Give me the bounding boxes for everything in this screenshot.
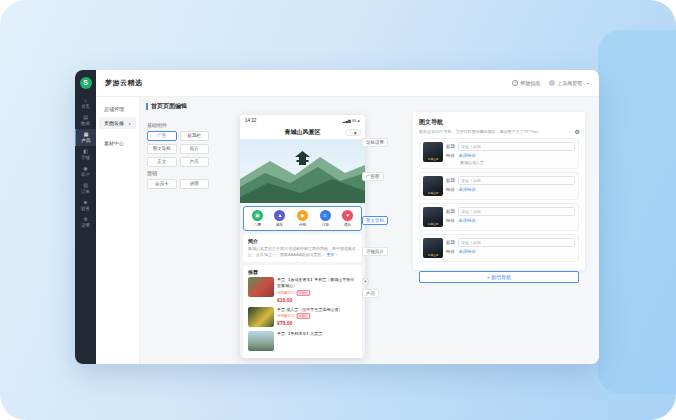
sidebar-item-home[interactable]: ⌂ 首页 bbox=[75, 95, 96, 112]
component-titlebar[interactable]: 标题栏 bbox=[180, 131, 210, 141]
imagenav-component-selected[interactable]: ▣ 门票 ▲ 缆车 ◆ 分销 ≡ 订单 ♥ bbox=[243, 206, 362, 231]
nav-ticket[interactable]: ▣ 门票 bbox=[252, 210, 263, 227]
grid-icon: ▦ bbox=[76, 131, 96, 137]
hero-mountain-image[interactable] bbox=[240, 139, 365, 203]
editor-canvas: 首页页面编辑 基础组件 广告 标题栏 图文导航 简介 正文 产品 营销 会员卡 bbox=[140, 97, 599, 364]
orders-icon: ≡ bbox=[320, 210, 331, 221]
intro-text: 青城山风景区位于四川省成都市都江堰市西南，是中国道教名山、发祥地之一，国家AAA… bbox=[248, 246, 357, 258]
product-price: ¥78.00 bbox=[277, 320, 357, 326]
sidebar-item-orders[interactable]: ▥ 订单 bbox=[75, 180, 96, 197]
recommend-component[interactable]: 推荐 单票·【旅游直通车】单程票（青城山学校站至青城山） 分销赚¥5.5 抢购中… bbox=[243, 265, 362, 358]
nav-title-input[interactable] bbox=[458, 238, 575, 247]
user-icon: ◉ bbox=[75, 165, 96, 171]
component-text[interactable]: 正文 bbox=[147, 157, 177, 167]
product-thumb-bus bbox=[248, 277, 274, 297]
add-section-icon[interactable]: ✚ bbox=[362, 278, 369, 285]
phone-preview: 14:32 ▂▄▆ 4G ▰ 青城山风景区 ⋯ ◉ bbox=[240, 115, 365, 358]
promo-tag: 抢购中 bbox=[297, 313, 310, 318]
select-link-button[interactable]: 选择链接 bbox=[458, 218, 476, 223]
component-ad[interactable]: 广告 bbox=[147, 131, 177, 141]
component-groupbuy[interactable]: 拼团 bbox=[180, 179, 210, 189]
phone-titlebar: 青城山风景区 ⋯ ◉ bbox=[240, 126, 365, 139]
nav-notice[interactable]: ♥ 通知 bbox=[342, 210, 353, 227]
nav-card: 青城山票 标题 链接 选择链接 bbox=[419, 234, 579, 262]
nav-thumb[interactable]: 青城山票 bbox=[423, 176, 443, 196]
product-thumb-mountain bbox=[248, 331, 274, 351]
top-bar: 梦游云精选 ? 帮助指南 上乐商贸有.. ▾ bbox=[96, 70, 599, 97]
subnav-item-page-decorate[interactable]: 页面装修 ▸ bbox=[99, 117, 136, 129]
product-item[interactable]: 单票·【单程缆车】儿童票 bbox=[248, 331, 357, 351]
app-logo: S bbox=[80, 77, 92, 89]
phone-time: 14:32 bbox=[245, 118, 256, 123]
tag-imagenav[interactable]: 图文导航 bbox=[362, 216, 388, 225]
nav-card: 青城山票 标题 链接 选择链接 青城山成人票 bbox=[419, 138, 579, 169]
sidebar-item-data[interactable]: ▤ 数据 bbox=[75, 112, 96, 129]
list-icon: ▥ bbox=[75, 182, 96, 188]
select-link-button[interactable]: 选择链接 bbox=[458, 153, 476, 158]
component-imagenav[interactable]: 图文导航 bbox=[147, 144, 177, 154]
earn-label: 分销赚¥0.5 bbox=[277, 314, 294, 318]
component-intro[interactable]: 简介 bbox=[180, 144, 210, 154]
store-icon: ◧ bbox=[75, 148, 96, 154]
promo-tag: 抢购中 bbox=[297, 290, 310, 295]
recommend-title: 推荐 bbox=[248, 269, 357, 275]
intro-component[interactable]: 简介 青城山风景区位于四川省成都市都江堰市西南，是中国道教名山、发祥地之一，国家… bbox=[243, 234, 362, 262]
nav-distribution[interactable]: ◆ 分销 bbox=[297, 210, 308, 227]
sidebar-item-shop[interactable]: ◧ 店铺 bbox=[75, 146, 96, 163]
notice-icon: ♥ bbox=[342, 210, 353, 221]
nav-card: 青城山票 标题 链接 选择链接 bbox=[419, 172, 579, 200]
admin-window: S ⌂ 首页 ▤ 数据 ▦ 产品 ◧ 店铺 ◉ 客户 ▥ 订单 ◈ 财务 bbox=[75, 70, 599, 364]
select-link-button[interactable]: 选择链接 bbox=[458, 249, 476, 254]
subnav-item-shop-manage[interactable]: 店铺管理 bbox=[99, 103, 136, 115]
sidebar-item-settings[interactable]: ⚙ 设置 bbox=[75, 214, 96, 231]
nav-title-input[interactable] bbox=[458, 142, 575, 151]
nav-title-input[interactable] bbox=[458, 207, 575, 216]
imagenav-edit-panel: 图文导航 最多添加10个导航，为空白时将隐藏此模块，建议图片尺寸79*79px … bbox=[413, 112, 585, 270]
tag-shop-intro[interactable]: 店铺简介 bbox=[362, 247, 388, 256]
nav-thumb[interactable]: 青城山票 bbox=[423, 207, 443, 227]
tag-product[interactable]: 产品 bbox=[362, 289, 379, 298]
component-palette: 基础组件 广告 标题栏 图文导航 简介 正文 产品 营销 会员卡 拼团 bbox=[147, 119, 209, 189]
nav-thumb[interactable]: 青城山票 bbox=[423, 238, 443, 258]
component-product[interactable]: 产品 bbox=[180, 157, 210, 167]
cablecar-icon: ▲ bbox=[274, 210, 285, 221]
account-menu[interactable]: 上乐商贸有.. ▾ bbox=[549, 80, 589, 86]
add-nav-button[interactable]: + 新增导航 bbox=[419, 271, 579, 283]
help-link[interactable]: ? 帮助指南 bbox=[512, 80, 540, 86]
panel-title: 图文导航 bbox=[419, 118, 579, 127]
panel-subtitle: 最多添加10个导航，为空白时将隐藏此模块，建议图片尺寸79*79px bbox=[419, 129, 579, 134]
sidebar-item-finance[interactable]: ◈ 财务 bbox=[75, 197, 96, 214]
product-item[interactable]: 单票·【旅游直通车】单程票（青城山学校站至青城山） 分销赚¥5.5 抢购中 ¥1… bbox=[248, 277, 357, 302]
nav-title-input[interactable] bbox=[458, 176, 575, 185]
component-membercard[interactable]: 会员卡 bbox=[147, 179, 177, 189]
nav-cablecar[interactable]: ▲ 缆车 bbox=[274, 210, 285, 227]
help-icon: ? bbox=[512, 80, 518, 86]
chevron-down-icon: ▾ bbox=[587, 81, 589, 86]
product-thumb-flowers bbox=[248, 307, 274, 327]
nav-thumb[interactable]: 青城山票 bbox=[423, 142, 443, 162]
select-link-button[interactable]: 选择链接 bbox=[458, 187, 476, 192]
earn-label: 分销赚¥5.5 bbox=[277, 291, 294, 295]
secondary-sidebar: 店铺管理 页面装修 ▸ 素材中心 bbox=[96, 97, 140, 364]
intro-more-link[interactable]: 更多 › bbox=[326, 252, 336, 257]
phone-statusbar: 14:32 ▂▄▆ 4G ▰ bbox=[240, 115, 365, 126]
sidebar-item-customers[interactable]: ◉ 客户 bbox=[75, 163, 96, 180]
palette-group-marketing: 营销 bbox=[147, 170, 209, 176]
miniprogram-capsule-icon[interactable]: ⋯ ◉ bbox=[345, 129, 361, 136]
nav-card: 青城山票 标题 链接 选择链接 bbox=[419, 203, 579, 231]
tag-ad-image[interactable]: 广告图 bbox=[362, 172, 384, 181]
product-item[interactable]: 单票·成人票（仅中学生票适用山顶） 分销赚¥0.5 抢购中 ¥78.00 bbox=[248, 307, 357, 327]
product-price: ¥16.00 bbox=[277, 297, 357, 303]
wallet-icon: ◈ bbox=[75, 199, 96, 205]
card-settings-icon[interactable]: ⚙ bbox=[575, 128, 580, 135]
chevron-right-icon: ▸ bbox=[129, 121, 131, 126]
distribution-icon: ◆ bbox=[297, 210, 308, 221]
subnav-item-material[interactable]: 素材中心 bbox=[99, 137, 136, 149]
chart-icon: ▤ bbox=[75, 114, 96, 120]
signal-battery-icons: ▂▄▆ 4G ▰ bbox=[343, 119, 360, 123]
tag-nav-settings[interactable]: 导航设置 bbox=[362, 138, 388, 147]
sidebar-item-products[interactable]: ▦ 产品 bbox=[75, 129, 96, 146]
nav-orders[interactable]: ≡ 订单 bbox=[320, 210, 331, 227]
gear-icon: ⚙ bbox=[75, 216, 96, 222]
avatar bbox=[549, 80, 555, 86]
